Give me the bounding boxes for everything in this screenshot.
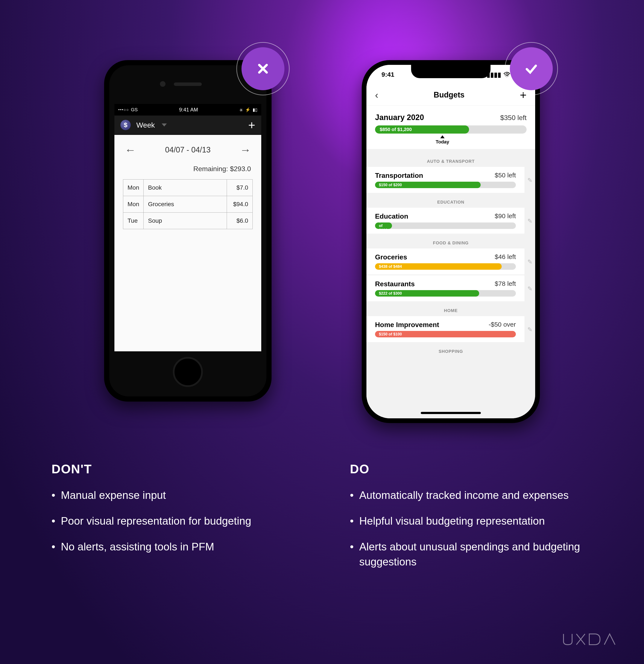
do-phone: 9:41 ▮▮▮▮ ‹ Budgets + January 2020 $350 … [362,60,540,423]
edit-icon[interactable]: ✎ [524,258,535,265]
bullet-item: Alerts about unusual spendings and budge… [350,539,593,569]
month-label: January 2020 [375,113,424,122]
next-arrow[interactable]: → [240,143,251,156]
period-selector[interactable]: Week [136,121,155,129]
bullet-item: Poor visual representation for budgeting [51,514,294,528]
do-heading: DO [350,462,593,476]
remaining-label: Remaining: $293.0 [114,165,261,179]
home-button[interactable] [173,357,203,387]
do-badge [510,47,553,90]
battery-icon: ▮▯ [253,107,257,112]
wifi-icon: ⚡ [245,107,251,112]
prev-arrow[interactable]: ← [125,143,136,156]
do-column: DO Automatically tracked income and expe… [350,462,593,580]
budget-item[interactable]: Transportation $50 left $150 of $200 [366,167,524,193]
today-marker: Today [435,135,449,145]
table-row[interactable]: MonGroceries$94.0 [123,196,253,213]
brand-logo [562,633,618,649]
budget-item[interactable]: Home Improvement -$50 over $150 of $100 [366,316,524,342]
amount-left: $350 left [500,114,527,122]
date-range: 04/07 - 04/13 [165,145,211,154]
home-indicator[interactable] [421,412,481,414]
status-bar: •••○○GS 9:41 AM ⚹ ⚡ ▮▯ [114,104,261,116]
edit-icon[interactable]: ✎ [524,217,535,225]
edit-icon[interactable]: ✎ [524,285,535,292]
dont-badge [241,47,284,90]
dont-column: DON'T Manual expense inputPoor visual re… [51,462,294,580]
edit-icon[interactable]: ✎ [524,177,535,184]
budget-item[interactable]: Groceries $46 left $438 of $484 [366,248,524,274]
section-header: EDUCATION [366,194,535,208]
bullet-item: Manual expense input [51,488,294,503]
table-row[interactable]: TueSoup$6.0 [123,213,253,229]
check-icon [524,61,539,76]
status-time: 9:41 AM [179,107,198,113]
edit-icon[interactable]: ✎ [524,326,535,333]
bluetooth-icon: ⚹ [239,107,243,112]
back-button[interactable]: ‹ [375,89,378,101]
table-row[interactable]: MonBook$7.0 [123,180,253,196]
section-header: FOOD & DINING [366,234,535,248]
dont-heading: DON'T [51,462,294,476]
progress-bar: $850 of $1,200 [375,125,527,133]
section-header: HOME [366,302,535,316]
expense-table: MonBook$7.0MonGroceries$94.0TueSoup$6.0 [123,179,253,229]
section-header: AUTO & TRANSPORT [366,153,535,167]
add-button[interactable]: + [248,118,255,132]
status-time: 9:41 [382,71,394,78]
bullet-item: No alerts, assisting tools in PFM [51,539,294,554]
dollar-icon[interactable]: $ [121,120,131,130]
close-icon [255,61,271,76]
bullet-item: Automatically tracked income and expense… [350,488,593,503]
dont-phone: •••○○GS 9:41 AM ⚹ ⚡ ▮▯ $ Week [104,60,272,423]
budget-item[interactable]: Education $90 left $10 of $100 [366,208,524,234]
section-header: SHOPPING [366,343,535,357]
nav-bar: ‹ Budgets + [366,84,535,106]
page-title: Budgets [434,90,465,99]
bullet-item: Helpful visual budgeting representation [350,514,593,528]
dropdown-icon[interactable] [162,123,167,126]
budget-item[interactable]: Restaurants $78 left $222 of $300 [366,275,524,301]
summary-block[interactable]: January 2020 $350 left $850 of $1,200 To… [366,106,535,149]
app-header: $ Week + [114,116,261,135]
